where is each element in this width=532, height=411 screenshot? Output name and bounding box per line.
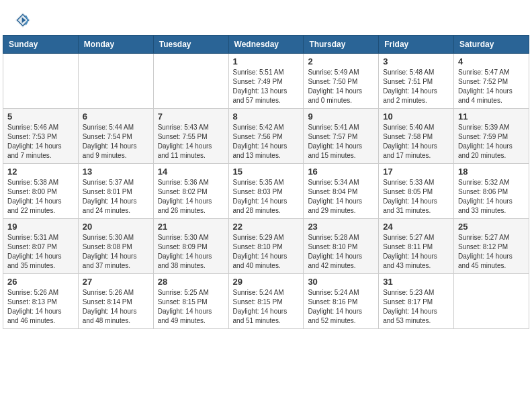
day-info: Sunrise: 5:29 AMSunset: 8:10 PMDaylight:… [233,233,300,271]
calendar-cell: 26Sunrise: 5:26 AMSunset: 8:13 PMDayligh… [3,274,79,329]
calendar-cell: 23Sunrise: 5:28 AMSunset: 8:10 PMDayligh… [304,219,379,274]
day-info: Sunrise: 5:49 AMSunset: 7:50 PMDaylight:… [308,68,374,105]
day-header-friday: Friday [379,36,454,54]
day-info: Sunrise: 5:41 AMSunset: 7:57 PMDaylight:… [308,123,374,161]
day-info: Sunrise: 5:23 AMSunset: 8:17 PMDaylight:… [383,288,449,326]
day-number: 28 [158,277,224,287]
calendar-cell: 11Sunrise: 5:39 AMSunset: 7:59 PMDayligh… [454,109,529,164]
day-info: Sunrise: 5:26 AMSunset: 8:14 PMDaylight:… [83,288,149,326]
day-number: 19 [7,222,74,232]
day-info: Sunrise: 5:31 AMSunset: 8:07 PMDaylight:… [7,233,74,271]
calendar-cell: 14Sunrise: 5:36 AMSunset: 8:02 PMDayligh… [153,164,228,219]
day-number: 24 [383,222,449,232]
calendar-cell: 25Sunrise: 5:27 AMSunset: 8:12 PMDayligh… [454,219,529,274]
calendar-cell [78,54,153,109]
day-number: 16 [308,167,374,177]
day-number: 12 [7,167,74,177]
calendar-cell: 20Sunrise: 5:30 AMSunset: 8:08 PMDayligh… [78,219,153,274]
day-number: 29 [233,277,300,287]
day-number: 21 [158,222,224,232]
day-info: Sunrise: 5:32 AMSunset: 8:06 PMDaylight:… [458,178,525,216]
day-header-wednesday: Wednesday [228,36,304,54]
day-info: Sunrise: 5:28 AMSunset: 8:10 PMDaylight:… [308,233,374,271]
day-info: Sunrise: 5:37 AMSunset: 8:01 PMDaylight:… [83,178,149,216]
day-number: 11 [458,111,525,122]
day-header-tuesday: Tuesday [153,36,228,54]
calendar-cell: 27Sunrise: 5:26 AMSunset: 8:14 PMDayligh… [78,274,153,329]
calendar-week-row: 5Sunrise: 5:46 AMSunset: 7:53 PMDaylight… [3,109,529,164]
calendar-cell [153,54,228,109]
day-number: 27 [83,277,149,287]
day-number: 18 [458,167,525,177]
calendar-cell: 16Sunrise: 5:34 AMSunset: 8:04 PMDayligh… [304,164,379,219]
day-info: Sunrise: 5:27 AMSunset: 8:11 PMDaylight:… [383,233,449,271]
day-number: 6 [83,111,149,122]
day-info: Sunrise: 5:38 AMSunset: 8:00 PMDaylight:… [7,178,74,216]
day-header-thursday: Thursday [304,36,379,54]
day-number: 30 [308,277,374,287]
calendar-cell: 24Sunrise: 5:27 AMSunset: 8:11 PMDayligh… [379,219,454,274]
calendar-header-row: SundayMondayTuesdayWednesdayThursdayFrid… [3,36,529,54]
day-number: 22 [233,222,300,232]
day-number: 20 [83,222,149,232]
day-number: 26 [7,277,74,287]
day-header-monday: Monday [78,36,153,54]
calendar-cell: 18Sunrise: 5:32 AMSunset: 8:06 PMDayligh… [454,164,529,219]
day-number: 25 [458,222,525,232]
day-info: Sunrise: 5:34 AMSunset: 8:04 PMDaylight:… [308,178,374,216]
day-number: 14 [158,167,224,177]
day-info: Sunrise: 5:40 AMSunset: 7:58 PMDaylight:… [383,123,449,161]
calendar-cell: 2Sunrise: 5:49 AMSunset: 7:50 PMDaylight… [304,54,379,109]
day-info: Sunrise: 5:39 AMSunset: 7:59 PMDaylight:… [458,123,525,161]
calendar-cell: 19Sunrise: 5:31 AMSunset: 8:07 PMDayligh… [3,219,79,274]
calendar-cell [3,54,79,109]
calendar-cell: 17Sunrise: 5:33 AMSunset: 8:05 PMDayligh… [379,164,454,219]
day-info: Sunrise: 5:26 AMSunset: 8:13 PMDaylight:… [7,288,74,326]
calendar-cell: 28Sunrise: 5:25 AMSunset: 8:15 PMDayligh… [153,274,228,329]
day-info: Sunrise: 5:43 AMSunset: 7:55 PMDaylight:… [158,123,224,161]
day-info: Sunrise: 5:24 AMSunset: 8:16 PMDaylight:… [308,288,374,326]
day-number: 31 [383,277,449,287]
day-info: Sunrise: 5:48 AMSunset: 7:51 PMDaylight:… [383,68,449,105]
logo [13,11,35,30]
calendar-week-row: 19Sunrise: 5:31 AMSunset: 8:07 PMDayligh… [3,219,529,274]
day-number: 9 [308,111,374,122]
calendar-cell: 7Sunrise: 5:43 AMSunset: 7:55 PMDaylight… [153,109,228,164]
calendar-cell: 13Sunrise: 5:37 AMSunset: 8:01 PMDayligh… [78,164,153,219]
day-info: Sunrise: 5:33 AMSunset: 8:05 PMDaylight:… [383,178,449,216]
calendar-week-row: 12Sunrise: 5:38 AMSunset: 8:00 PMDayligh… [3,164,529,219]
calendar-wrap: SundayMondayTuesdayWednesdayThursdayFrid… [0,35,532,332]
day-info: Sunrise: 5:27 AMSunset: 8:12 PMDaylight:… [458,233,525,271]
day-info: Sunrise: 5:36 AMSunset: 8:02 PMDaylight:… [158,178,224,216]
calendar-cell: 1Sunrise: 5:51 AMSunset: 7:49 PMDaylight… [228,54,304,109]
calendar-cell: 10Sunrise: 5:40 AMSunset: 7:58 PMDayligh… [379,109,454,164]
calendar-cell: 31Sunrise: 5:23 AMSunset: 8:17 PMDayligh… [379,274,454,329]
calendar-cell: 21Sunrise: 5:30 AMSunset: 8:09 PMDayligh… [153,219,228,274]
calendar-cell: 9Sunrise: 5:41 AMSunset: 7:57 PMDaylight… [304,109,379,164]
day-info: Sunrise: 5:30 AMSunset: 8:08 PMDaylight:… [83,233,149,271]
day-number: 1 [233,56,300,66]
calendar-cell: 6Sunrise: 5:44 AMSunset: 7:54 PMDaylight… [78,109,153,164]
day-number: 23 [308,222,374,232]
calendar-cell: 15Sunrise: 5:35 AMSunset: 8:03 PMDayligh… [228,164,304,219]
day-info: Sunrise: 5:42 AMSunset: 7:56 PMDaylight:… [233,123,300,161]
calendar-cell: 3Sunrise: 5:48 AMSunset: 7:51 PMDaylight… [379,54,454,109]
day-number: 17 [383,167,449,177]
day-number: 8 [233,111,300,122]
day-header-saturday: Saturday [454,36,529,54]
day-number: 13 [83,167,149,177]
day-number: 15 [233,167,300,177]
day-number: 10 [383,111,449,122]
day-number: 5 [7,111,74,122]
day-header-sunday: Sunday [3,36,79,54]
day-info: Sunrise: 5:51 AMSunset: 7:49 PMDaylight:… [233,68,300,105]
calendar-cell: 30Sunrise: 5:24 AMSunset: 8:16 PMDayligh… [304,274,379,329]
calendar-cell: 29Sunrise: 5:24 AMSunset: 8:15 PMDayligh… [228,274,304,329]
day-info: Sunrise: 5:44 AMSunset: 7:54 PMDaylight:… [83,123,149,161]
calendar-cell: 8Sunrise: 5:42 AMSunset: 7:56 PMDaylight… [228,109,304,164]
day-info: Sunrise: 5:24 AMSunset: 8:15 PMDaylight:… [233,288,300,326]
day-number: 7 [158,111,224,122]
day-number: 3 [383,56,449,66]
day-number: 4 [458,56,525,66]
calendar-cell: 12Sunrise: 5:38 AMSunset: 8:00 PMDayligh… [3,164,79,219]
